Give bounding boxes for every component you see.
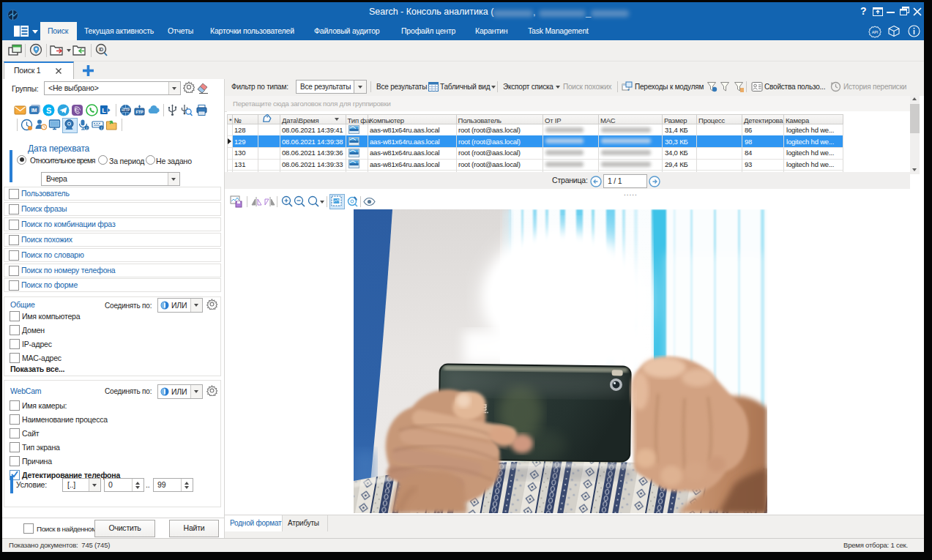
svg-text:API: API <box>872 30 879 34</box>
svg-text:S: S <box>46 106 51 115</box>
svg-text:IM: IM <box>31 108 37 113</box>
svg-text:HTTP: HTTP <box>122 108 130 112</box>
svg-text:FTP: FTP <box>136 110 143 114</box>
svg-text:ID: ID <box>99 47 104 52</box>
svg-text:L: L <box>102 107 106 114</box>
